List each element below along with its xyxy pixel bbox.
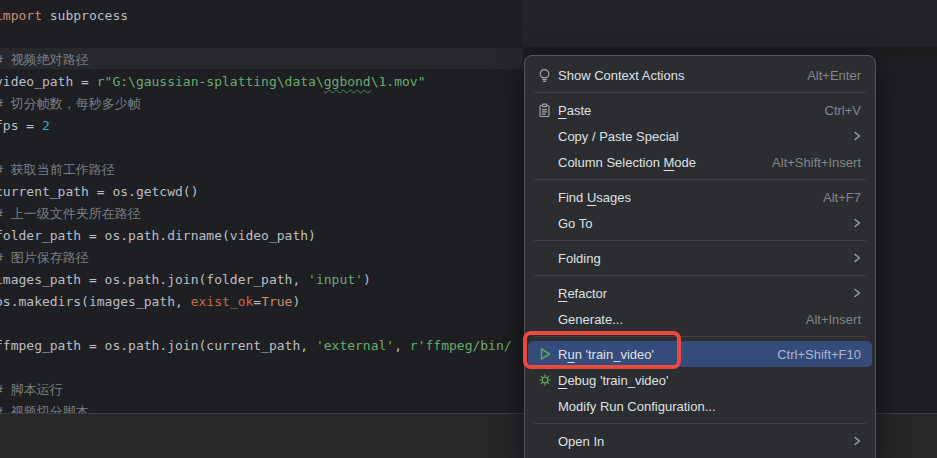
menu-separator (534, 179, 866, 180)
menu-item-label: Refactor (558, 286, 849, 301)
code-line: import subprocess (0, 8, 128, 24)
menu-item-label: Paste (558, 103, 825, 118)
submenu-arrow-icon (849, 285, 865, 301)
menu-item-show-context-actions[interactable]: Show Context ActionsAlt+Enter (525, 62, 875, 88)
code-line: fps = 2 (0, 118, 50, 134)
menu-item-open-in[interactable]: Open In (525, 428, 875, 454)
menu-item-label: Open In (558, 434, 849, 449)
menu-item-shortcut: Alt+Insert (806, 312, 861, 327)
submenu-arrow-icon (849, 433, 865, 449)
code-line: folder_path = os.path.dirname(video_path… (0, 228, 316, 244)
menu-item-shortcut: Ctrl+Shift+F10 (777, 347, 861, 362)
menu-item-shortcut: Ctrl+V (825, 103, 861, 118)
menu-item-label: Go To (558, 216, 849, 231)
menu-item-refactor[interactable]: Refactor (525, 280, 875, 306)
menu-item-folding[interactable]: Folding (525, 245, 875, 271)
code-line: ffmpeg_path = os.path.join(current_path,… (0, 338, 512, 354)
menu-item-shortcut: Alt+Enter (807, 68, 861, 83)
code-line: current_path = os.getcwd() (0, 184, 199, 200)
code-editor[interactable]: import subprocess# 视频绝对路径video_path = r"… (0, 0, 523, 413)
debug-icon (536, 373, 553, 387)
menu-item-modify-run-configuration[interactable]: Modify Run Configuration... (525, 393, 875, 419)
submenu-arrow-icon (849, 215, 865, 231)
menu-item-label: Debug 'train_video' (558, 373, 861, 388)
menu-item-label: Copy / Paste Special (558, 129, 849, 144)
menu-item-column-selection-mode[interactable]: Column Selection ModeAlt+Shift+Insert (525, 149, 875, 175)
lightbulb-icon (536, 68, 553, 83)
code-line: # 图片保存路径 (0, 250, 89, 266)
menu-item-go-to[interactable]: Go To (525, 210, 875, 236)
menu-item-debug-train-video[interactable]: Debug 'train_video' (525, 367, 875, 393)
submenu-arrow-icon (849, 250, 865, 266)
editor-context-menu: Show Context ActionsAlt+EnterPasteCtrl+V… (524, 55, 876, 458)
code-line: # 获取当前工作路径 (0, 162, 115, 178)
ide-window: import subprocess# 视频绝对路径video_path = r"… (0, 0, 937, 458)
menu-separator (534, 423, 866, 424)
code-line: os.makedirs(images_path, exist_ok=True) (0, 294, 300, 310)
menu-item-label: Show Context Actions (558, 68, 807, 83)
menu-item-generate[interactable]: Generate...Alt+Insert (525, 306, 875, 332)
menu-separator (534, 92, 866, 93)
paste-icon (536, 103, 553, 118)
code-line: # 视频切分脚本 (0, 404, 89, 413)
code-line: # 视频绝对路径 (0, 52, 89, 68)
code-line: # 脚本运行 (0, 382, 63, 398)
menu-item-label: Modify Run Configuration... (558, 399, 861, 414)
menu-item-label: Folding (558, 251, 849, 266)
code-line: # 切分帧数，每秒多少帧 (0, 96, 141, 112)
code-line: # 上一级文件夹所在路径 (0, 206, 141, 222)
menu-separator (534, 240, 866, 241)
run-annotation-box (523, 331, 681, 369)
menu-separator (534, 275, 866, 276)
submenu-arrow-icon (849, 128, 865, 144)
right-panel-top (523, 0, 937, 47)
code-line: video_path = r"G:\gaussian-splatting\dat… (0, 74, 426, 90)
menu-item-shortcut: Alt+F7 (823, 190, 861, 205)
menu-item-label: Column Selection Mode (558, 155, 772, 170)
menu-item-label: Find Usages (558, 190, 823, 205)
menu-item-shortcut: Alt+Shift+Insert (772, 155, 861, 170)
code-line: images_path = os.path.join(folder_path, … (0, 272, 371, 288)
menu-item-copy-paste-special[interactable]: Copy / Paste Special (525, 123, 875, 149)
menu-item-label: Generate... (558, 312, 806, 327)
menu-item-find-usages[interactable]: Find UsagesAlt+F7 (525, 184, 875, 210)
menu-item-paste[interactable]: PasteCtrl+V (525, 97, 875, 123)
